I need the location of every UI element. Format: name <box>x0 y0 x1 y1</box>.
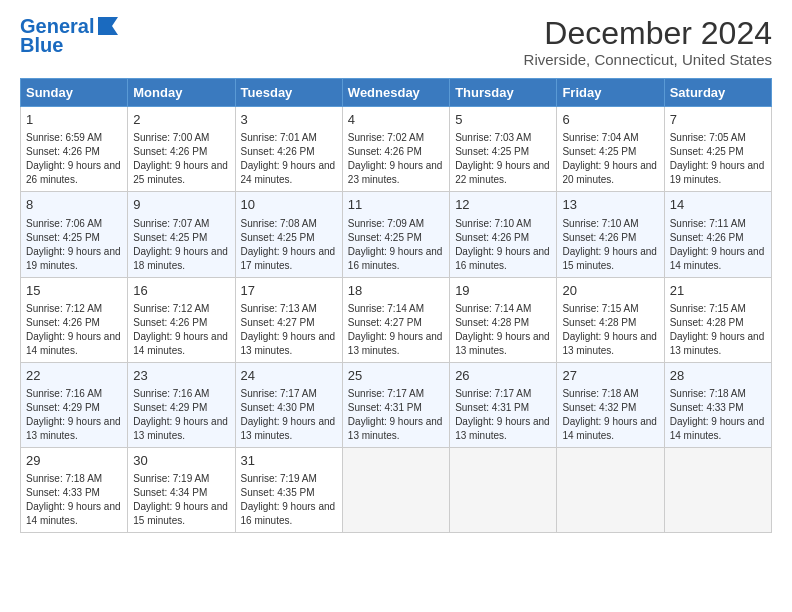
month-title: December 2024 <box>524 16 772 51</box>
calendar-cell: 25Sunrise: 7:17 AMSunset: 4:31 PMDayligh… <box>342 362 449 447</box>
calendar-cell: 27Sunrise: 7:18 AMSunset: 4:32 PMDayligh… <box>557 362 664 447</box>
day-number: 23 <box>133 367 229 385</box>
day-number: 1 <box>26 111 122 129</box>
calendar-cell: 17Sunrise: 7:13 AMSunset: 4:27 PMDayligh… <box>235 277 342 362</box>
logo-text: General <box>20 16 94 36</box>
day-number: 6 <box>562 111 658 129</box>
day-info: Sunrise: 7:07 AMSunset: 4:25 PMDaylight:… <box>133 218 228 271</box>
day-number: 2 <box>133 111 229 129</box>
calendar-cell: 29Sunrise: 7:18 AMSunset: 4:33 PMDayligh… <box>21 447 128 532</box>
day-info: Sunrise: 7:15 AMSunset: 4:28 PMDaylight:… <box>670 303 765 356</box>
day-info: Sunrise: 7:16 AMSunset: 4:29 PMDaylight:… <box>133 388 228 441</box>
day-info: Sunrise: 7:06 AMSunset: 4:25 PMDaylight:… <box>26 218 121 271</box>
calendar-cell: 11Sunrise: 7:09 AMSunset: 4:25 PMDayligh… <box>342 192 449 277</box>
day-info: Sunrise: 7:14 AMSunset: 4:27 PMDaylight:… <box>348 303 443 356</box>
calendar-cell: 5Sunrise: 7:03 AMSunset: 4:25 PMDaylight… <box>450 107 557 192</box>
day-info: Sunrise: 7:12 AMSunset: 4:26 PMDaylight:… <box>133 303 228 356</box>
calendar-cell: 31Sunrise: 7:19 AMSunset: 4:35 PMDayligh… <box>235 447 342 532</box>
day-number: 30 <box>133 452 229 470</box>
day-info: Sunrise: 7:04 AMSunset: 4:25 PMDaylight:… <box>562 132 657 185</box>
week-row-2: 8Sunrise: 7:06 AMSunset: 4:25 PMDaylight… <box>21 192 772 277</box>
day-info: Sunrise: 7:19 AMSunset: 4:35 PMDaylight:… <box>241 473 336 526</box>
day-header-friday: Friday <box>557 79 664 107</box>
day-number: 5 <box>455 111 551 129</box>
day-number: 13 <box>562 196 658 214</box>
calendar-cell: 22Sunrise: 7:16 AMSunset: 4:29 PMDayligh… <box>21 362 128 447</box>
day-info: Sunrise: 7:10 AMSunset: 4:26 PMDaylight:… <box>455 218 550 271</box>
day-info: Sunrise: 7:08 AMSunset: 4:25 PMDaylight:… <box>241 218 336 271</box>
day-info: Sunrise: 7:13 AMSunset: 4:27 PMDaylight:… <box>241 303 336 356</box>
calendar-cell <box>664 447 771 532</box>
day-info: Sunrise: 7:16 AMSunset: 4:29 PMDaylight:… <box>26 388 121 441</box>
day-info: Sunrise: 7:09 AMSunset: 4:25 PMDaylight:… <box>348 218 443 271</box>
day-info: Sunrise: 7:03 AMSunset: 4:25 PMDaylight:… <box>455 132 550 185</box>
calendar-cell: 20Sunrise: 7:15 AMSunset: 4:28 PMDayligh… <box>557 277 664 362</box>
day-header-monday: Monday <box>128 79 235 107</box>
calendar-cell: 30Sunrise: 7:19 AMSunset: 4:34 PMDayligh… <box>128 447 235 532</box>
day-number: 14 <box>670 196 766 214</box>
day-info: Sunrise: 7:17 AMSunset: 4:30 PMDaylight:… <box>241 388 336 441</box>
week-row-1: 1Sunrise: 6:59 AMSunset: 4:26 PMDaylight… <box>21 107 772 192</box>
day-number: 27 <box>562 367 658 385</box>
calendar-cell: 6Sunrise: 7:04 AMSunset: 4:25 PMDaylight… <box>557 107 664 192</box>
day-info: Sunrise: 7:17 AMSunset: 4:31 PMDaylight:… <box>455 388 550 441</box>
logo-wrapper: General <box>20 16 120 36</box>
day-number: 15 <box>26 282 122 300</box>
calendar-cell <box>342 447 449 532</box>
calendar-cell: 10Sunrise: 7:08 AMSunset: 4:25 PMDayligh… <box>235 192 342 277</box>
day-number: 18 <box>348 282 444 300</box>
day-number: 7 <box>670 111 766 129</box>
week-row-3: 15Sunrise: 7:12 AMSunset: 4:26 PMDayligh… <box>21 277 772 362</box>
calendar-cell: 16Sunrise: 7:12 AMSunset: 4:26 PMDayligh… <box>128 277 235 362</box>
day-number: 24 <box>241 367 337 385</box>
calendar-cell: 15Sunrise: 7:12 AMSunset: 4:26 PMDayligh… <box>21 277 128 362</box>
day-number: 4 <box>348 111 444 129</box>
calendar-cell: 4Sunrise: 7:02 AMSunset: 4:26 PMDaylight… <box>342 107 449 192</box>
day-info: Sunrise: 7:10 AMSunset: 4:26 PMDaylight:… <box>562 218 657 271</box>
day-number: 21 <box>670 282 766 300</box>
day-info: Sunrise: 7:19 AMSunset: 4:34 PMDaylight:… <box>133 473 228 526</box>
day-number: 16 <box>133 282 229 300</box>
calendar-cell <box>450 447 557 532</box>
day-info: Sunrise: 7:15 AMSunset: 4:28 PMDaylight:… <box>562 303 657 356</box>
day-info: Sunrise: 7:18 AMSunset: 4:32 PMDaylight:… <box>562 388 657 441</box>
day-number: 11 <box>348 196 444 214</box>
day-number: 3 <box>241 111 337 129</box>
day-number: 25 <box>348 367 444 385</box>
calendar-cell: 26Sunrise: 7:17 AMSunset: 4:31 PMDayligh… <box>450 362 557 447</box>
calendar-cell: 2Sunrise: 7:00 AMSunset: 4:26 PMDaylight… <box>128 107 235 192</box>
day-header-tuesday: Tuesday <box>235 79 342 107</box>
calendar-cell: 12Sunrise: 7:10 AMSunset: 4:26 PMDayligh… <box>450 192 557 277</box>
calendar-cell: 3Sunrise: 7:01 AMSunset: 4:26 PMDaylight… <box>235 107 342 192</box>
day-info: Sunrise: 6:59 AMSunset: 4:26 PMDaylight:… <box>26 132 121 185</box>
day-number: 29 <box>26 452 122 470</box>
calendar-cell: 21Sunrise: 7:15 AMSunset: 4:28 PMDayligh… <box>664 277 771 362</box>
day-header-sunday: Sunday <box>21 79 128 107</box>
day-info: Sunrise: 7:05 AMSunset: 4:25 PMDaylight:… <box>670 132 765 185</box>
day-number: 12 <box>455 196 551 214</box>
day-number: 8 <box>26 196 122 214</box>
day-header-thursday: Thursday <box>450 79 557 107</box>
calendar-table: SundayMondayTuesdayWednesdayThursdayFrid… <box>20 78 772 533</box>
calendar-cell: 24Sunrise: 7:17 AMSunset: 4:30 PMDayligh… <box>235 362 342 447</box>
svg-marker-0 <box>98 17 118 35</box>
calendar-cell: 19Sunrise: 7:14 AMSunset: 4:28 PMDayligh… <box>450 277 557 362</box>
logo-flag-icon <box>98 17 120 35</box>
location-title: Riverside, Connecticut, United States <box>524 51 772 68</box>
day-number: 28 <box>670 367 766 385</box>
calendar-cell <box>557 447 664 532</box>
calendar-cell: 28Sunrise: 7:18 AMSunset: 4:33 PMDayligh… <box>664 362 771 447</box>
logo-area: General Blue <box>20 16 120 57</box>
page: General Blue December 2024 Riverside, Co… <box>0 0 792 543</box>
header: General Blue December 2024 Riverside, Co… <box>20 16 772 68</box>
week-row-4: 22Sunrise: 7:16 AMSunset: 4:29 PMDayligh… <box>21 362 772 447</box>
day-header-wednesday: Wednesday <box>342 79 449 107</box>
calendar-cell: 8Sunrise: 7:06 AMSunset: 4:25 PMDaylight… <box>21 192 128 277</box>
day-info: Sunrise: 7:02 AMSunset: 4:26 PMDaylight:… <box>348 132 443 185</box>
calendar-cell: 9Sunrise: 7:07 AMSunset: 4:25 PMDaylight… <box>128 192 235 277</box>
day-info: Sunrise: 7:12 AMSunset: 4:26 PMDaylight:… <box>26 303 121 356</box>
day-info: Sunrise: 7:11 AMSunset: 4:26 PMDaylight:… <box>670 218 765 271</box>
day-number: 20 <box>562 282 658 300</box>
calendar-cell: 23Sunrise: 7:16 AMSunset: 4:29 PMDayligh… <box>128 362 235 447</box>
calendar-cell: 14Sunrise: 7:11 AMSunset: 4:26 PMDayligh… <box>664 192 771 277</box>
